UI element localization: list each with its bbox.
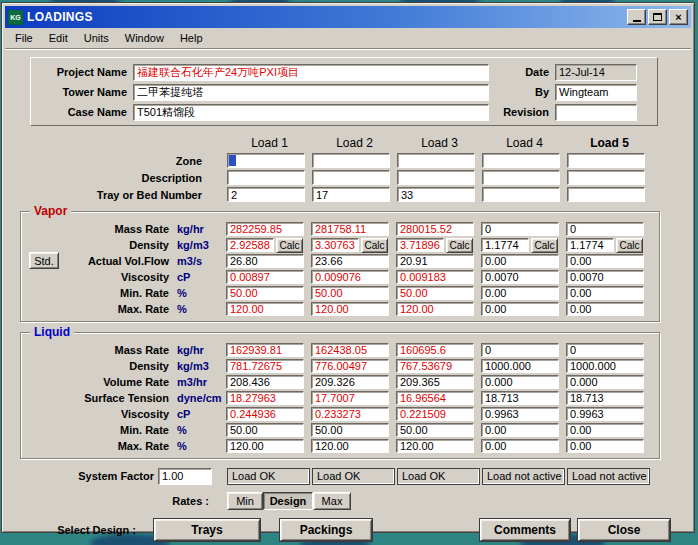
vapor-density-calc-load4-button[interactable]: Calc <box>531 238 558 253</box>
vapor-density-load4[interactable] <box>481 238 529 252</box>
liquid-mass-load1[interactable] <box>226 343 304 357</box>
vapor-volflow-load1[interactable] <box>226 254 304 268</box>
maximize-button[interactable] <box>648 9 667 25</box>
liquid-min-load4[interactable] <box>481 423 559 437</box>
description-load2-input[interactable] <box>312 170 390 185</box>
vapor-density-calc-load3-button[interactable]: Calc <box>446 238 473 253</box>
vapor-volflow-load3[interactable] <box>396 254 474 268</box>
liquid-density-load1[interactable] <box>226 359 304 373</box>
zone-load4-input[interactable] <box>482 153 560 168</box>
revision-input[interactable] <box>555 104 637 121</box>
tray-load3-input[interactable] <box>397 187 475 202</box>
vapor-max-load3[interactable] <box>396 302 474 316</box>
liquid-min-load3[interactable] <box>396 423 474 437</box>
liquid-mass-load5[interactable] <box>566 343 644 357</box>
liquid-volume-load1[interactable] <box>226 375 304 389</box>
vapor-viscosity-load1[interactable] <box>226 270 304 284</box>
vapor-volflow-load4[interactable] <box>481 254 559 268</box>
tray-load1-input[interactable] <box>227 187 305 202</box>
menu-edit[interactable]: Edit <box>41 29 76 47</box>
liquid-max-load3[interactable] <box>396 439 474 453</box>
liquid-min-load2[interactable] <box>311 423 389 437</box>
liquid-min-load5[interactable] <box>566 423 644 437</box>
menu-file[interactable]: File <box>7 29 41 47</box>
vapor-density-load1[interactable] <box>226 238 274 252</box>
description-load1-input[interactable] <box>227 170 305 185</box>
liquid-viscosity-load4[interactable] <box>481 407 559 421</box>
liquid-surface-load4[interactable] <box>481 391 559 405</box>
liquid-volume-load4[interactable] <box>481 375 559 389</box>
vapor-density-calc-load2-button[interactable]: Calc <box>361 238 388 253</box>
vapor-density-load5[interactable] <box>566 238 614 252</box>
project-name-input[interactable] <box>133 64 489 81</box>
zone-load3-input[interactable] <box>397 153 475 168</box>
liquid-mass-load3[interactable] <box>396 343 474 357</box>
vapor-min-load4[interactable] <box>481 286 559 300</box>
liquid-density-load2[interactable] <box>311 359 389 373</box>
vapor-mass-load1[interactable] <box>226 222 304 236</box>
minimize-button[interactable] <box>627 9 646 25</box>
liquid-viscosity-load5[interactable] <box>566 407 644 421</box>
description-load3-input[interactable] <box>397 170 475 185</box>
liquid-viscosity-load2[interactable] <box>311 407 389 421</box>
liquid-max-load4[interactable] <box>481 439 559 453</box>
vapor-max-load5[interactable] <box>566 302 644 316</box>
liquid-viscosity-load1[interactable] <box>226 407 304 421</box>
liquid-surface-load2[interactable] <box>311 391 389 405</box>
comments-button[interactable]: Comments <box>480 519 570 541</box>
vapor-mass-load5[interactable] <box>566 222 644 236</box>
vapor-min-load5[interactable] <box>566 286 644 300</box>
zone-load2-input[interactable] <box>312 153 390 168</box>
liquid-surface-load3[interactable] <box>396 391 474 405</box>
menu-help[interactable]: Help <box>172 29 211 47</box>
vapor-density-load3[interactable] <box>396 238 444 252</box>
vapor-min-load1[interactable] <box>226 286 304 300</box>
vapor-viscosity-load2[interactable] <box>311 270 389 284</box>
vapor-density-calc-load1-button[interactable]: Calc <box>276 238 303 253</box>
zone-load5-input[interactable] <box>567 153 645 168</box>
liquid-volume-load2[interactable] <box>311 375 389 389</box>
vapor-volflow-load2[interactable] <box>311 254 389 268</box>
liquid-max-load2[interactable] <box>311 439 389 453</box>
liquid-density-load4[interactable] <box>481 359 559 373</box>
menu-window[interactable]: Window <box>117 29 172 47</box>
liquid-volume-load3[interactable] <box>396 375 474 389</box>
rates-design-button[interactable]: Design <box>263 492 313 510</box>
vapor-max-load1[interactable] <box>226 302 304 316</box>
tower-name-input[interactable] <box>133 84 489 101</box>
trays-button[interactable]: Trays <box>154 519 260 541</box>
liquid-max-load5[interactable] <box>566 439 644 453</box>
liquid-density-load3[interactable] <box>396 359 474 373</box>
liquid-mass-load4[interactable] <box>481 343 559 357</box>
rates-max-button[interactable]: Max <box>313 492 351 510</box>
tray-load5-input[interactable] <box>567 187 645 202</box>
rates-min-button[interactable]: Min <box>227 492 263 510</box>
by-input[interactable] <box>555 84 637 101</box>
liquid-volume-load5[interactable] <box>566 375 644 389</box>
vapor-volflow-load5[interactable] <box>566 254 644 268</box>
close-button[interactable]: × <box>669 9 688 25</box>
packings-button[interactable]: Packings <box>280 519 372 541</box>
liquid-min-load1[interactable] <box>226 423 304 437</box>
vapor-mass-load3[interactable] <box>396 222 474 236</box>
case-name-input[interactable] <box>133 104 489 121</box>
liquid-viscosity-load3[interactable] <box>396 407 474 421</box>
vapor-min-load2[interactable] <box>311 286 389 300</box>
vapor-max-load4[interactable] <box>481 302 559 316</box>
vapor-min-load3[interactable] <box>396 286 474 300</box>
tray-load2-input[interactable] <box>312 187 390 202</box>
description-load5-input[interactable] <box>567 170 645 185</box>
liquid-max-load1[interactable] <box>226 439 304 453</box>
zone-load1-input[interactable] <box>227 153 305 168</box>
menu-units[interactable]: Units <box>76 29 117 47</box>
liquid-surface-load5[interactable] <box>566 391 644 405</box>
tray-load4-input[interactable] <box>482 187 560 202</box>
liquid-surface-load1[interactable] <box>226 391 304 405</box>
std-button[interactable]: Std. <box>29 252 59 269</box>
liquid-density-load5[interactable] <box>566 359 644 373</box>
description-load4-input[interactable] <box>482 170 560 185</box>
vapor-density-calc-load5-button[interactable]: Calc <box>616 238 643 253</box>
system-factor-input[interactable] <box>158 468 212 485</box>
vapor-mass-load2[interactable] <box>311 222 389 236</box>
vapor-mass-load4[interactable] <box>481 222 559 236</box>
